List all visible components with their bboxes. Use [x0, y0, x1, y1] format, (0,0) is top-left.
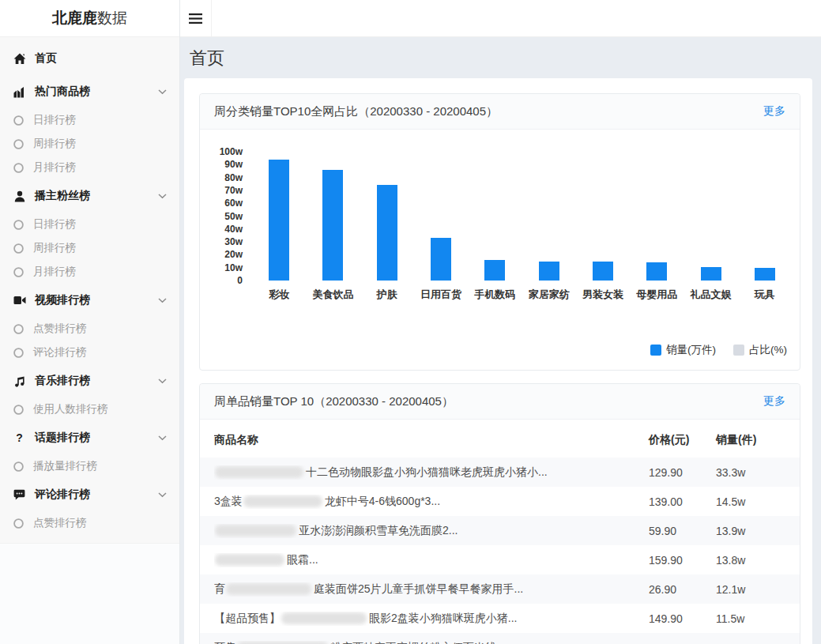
x-tick-label: 手机数码	[468, 288, 522, 302]
chart-plot-area: 100w90w80w70w60w50w40w30w20w10w0 彩妆美食饮品护…	[208, 152, 792, 302]
product-sales: 13.8w	[716, 554, 795, 567]
app-logo-light: 数据	[97, 8, 127, 28]
chevron-down-icon	[158, 89, 167, 95]
product-price: 139.00	[649, 495, 716, 508]
legend-label: 销量(万件)	[666, 343, 716, 357]
chevron-down-icon	[158, 298, 167, 303]
music-note-icon	[13, 375, 26, 387]
product-sales: 11.5w	[716, 612, 795, 625]
chart-card-title: 周分类销量TOP10全网占比（20200330 - 20200405）	[214, 104, 498, 119]
sidebar-section-hot-products[interactable]: 热门商品榜	[0, 75, 179, 108]
product-name: 眼霜...	[214, 553, 649, 567]
circle-icon	[13, 220, 24, 230]
sidebar: 北鹿鹿数据 首页 热门商品榜 日排行榜 周排行榜 月排行榜	[0, 0, 180, 644]
circle-icon	[13, 115, 24, 126]
chevron-down-icon	[158, 435, 167, 441]
x-tick-label: 玩具	[738, 288, 792, 302]
bar	[322, 170, 343, 281]
bar-slot	[252, 152, 306, 281]
sidebar-subitem[interactable]: 周排行榜	[0, 236, 179, 260]
sidebar-subitem-label: 播放量排行榜	[33, 459, 97, 473]
sidebar-section-topic-rank[interactable]: ?话题排行榜	[0, 421, 179, 454]
product-price: 59.90	[649, 525, 716, 537]
sidebar-subitem[interactable]: 评论排行榜	[0, 341, 179, 364]
sidebar-subitem[interactable]: 使用人数排行榜	[0, 397, 179, 421]
y-tick-label: 0	[208, 275, 243, 286]
table-row[interactable]: 【超品预售】眼影2盘装小狗猫咪斑虎小猪... 149.90 11.5w	[200, 604, 800, 633]
sidebar-section-label: 话题排行榜	[35, 431, 90, 445]
product-name: 【超品预售】眼影2盘装小狗猫咪斑虎小猪...	[214, 612, 649, 626]
sidebar-subitem-label: 点赞排行榜	[33, 322, 87, 336]
user-icon	[13, 190, 26, 202]
sidebar-subitem-label: 评论排行榜	[33, 345, 87, 360]
chart-legend: 销量(万件) 占比(%)	[650, 343, 787, 357]
table-row[interactable]: 亚水澎澎润颜积雪草免洗面膜2... 59.90 13.9w	[200, 516, 800, 545]
blurred-text	[215, 554, 284, 566]
y-tick-label: 90w	[208, 159, 243, 170]
chart-more-link[interactable]: 更多	[763, 104, 785, 119]
x-tick-label: 母婴用品	[630, 288, 684, 302]
home-icon	[13, 52, 26, 65]
sidebar-subitem[interactable]: 月排行榜	[0, 156, 179, 179]
x-tick-label: 美食饮品	[306, 288, 360, 302]
content-panel: 周分类销量TOP10全网占比（20200330 - 20200405） 更多 1…	[184, 78, 812, 644]
y-tick-label: 50w	[208, 211, 243, 222]
bars-container	[252, 152, 792, 281]
hamburger-icon	[189, 13, 202, 24]
sidebar-section-music-rank[interactable]: 音乐排行榜	[0, 364, 179, 397]
table-row[interactable]: 眼霜... 159.90 13.8w	[200, 545, 800, 574]
table-more-link[interactable]: 更多	[763, 394, 785, 409]
sidebar-subitem[interactable]: 日排行榜	[0, 108, 179, 132]
product-price: 26.90	[649, 583, 716, 596]
bar-slot	[414, 152, 468, 281]
sidebar-subitem[interactable]: 周排行榜	[0, 132, 179, 156]
sidebar-subitem[interactable]: 日排行榜	[0, 213, 179, 236]
legend-item-share[interactable]: 占比(%)	[733, 343, 787, 357]
bar	[484, 260, 505, 281]
sidebar-section-label: 评论排行榜	[35, 488, 90, 502]
circle-icon	[13, 518, 24, 529]
sidebar-subitem[interactable]: 点赞排行榜	[0, 317, 179, 341]
sidebar-section-video-rank[interactable]: 视频排行榜	[0, 284, 179, 317]
sidebar-item-home[interactable]: 首页	[0, 42, 179, 75]
table-card-header: 周单品销量TOP 10（20200330 - 20200405） 更多	[200, 384, 800, 420]
sidebar-section-label: 视频排行榜	[35, 293, 90, 307]
sidebar-subitem[interactable]: 点赞排行榜	[0, 511, 179, 535]
legend-swatch-blue	[650, 345, 661, 356]
table-row[interactable]: 十二色动物眼影盘小狗小猫猫咪老虎斑虎小猪小... 129.90 33.3w	[200, 458, 800, 487]
legend-label: 占比(%)	[749, 343, 787, 357]
table-header-row: 商品名称 价格(元) 销量(件)	[200, 420, 800, 458]
sidebar-item-label: 首页	[35, 51, 57, 66]
table-row[interactable]: 预售粉广西特产正宗螺丝粉方便面米线... 39.70 10.2w	[200, 633, 800, 644]
blurred-text	[243, 495, 322, 507]
y-tick-label: 80w	[208, 172, 243, 183]
sidebar-subitem-label: 日排行榜	[33, 113, 76, 127]
table-row[interactable]: 育庭装面饼25片儿童手抓饼早餐早餐家用手... 26.90 12.1w	[200, 574, 800, 604]
circle-icon	[13, 139, 24, 149]
table-row[interactable]: 3盒装龙虾中号4-6钱600g*3... 139.00 14.5w	[200, 487, 800, 516]
product-sales: 33.3w	[716, 466, 795, 479]
sidebar-subitem-label: 点赞排行榜	[33, 516, 87, 530]
y-tick-label: 40w	[208, 224, 243, 235]
bar	[593, 262, 613, 281]
bar-chart: 100w90w80w70w60w50w40w30w20w10w0 彩妆美食饮品护…	[200, 152, 800, 370]
legend-item-sales[interactable]: 销量(万件)	[650, 343, 716, 357]
sidebar-section-label: 音乐排行榜	[35, 374, 90, 388]
sidebar-section-streamer-fans[interactable]: 播主粉丝榜	[0, 179, 179, 213]
table-rows: 十二色动物眼影盘小狗小猫猫咪老虎斑虎小猪小... 129.90 33.3w 3盒…	[200, 458, 800, 644]
y-axis: 100w90w80w70w60w50w40w30w20w10w0	[208, 152, 243, 281]
sidebar-section-label: 播主粉丝榜	[35, 189, 90, 203]
sidebar-subitem[interactable]: 播放量排行榜	[0, 454, 179, 478]
sidebar-section-comment-rank[interactable]: 评论排行榜	[0, 478, 179, 511]
x-tick-label: 日用百货	[414, 288, 468, 302]
sidebar-subitem[interactable]: 月排行榜	[0, 260, 179, 284]
x-tick-label: 礼品文娱	[684, 288, 737, 302]
legend-swatch-gray	[733, 345, 744, 356]
y-tick-label: 20w	[208, 249, 243, 260]
products-table: 商品名称 价格(元) 销量(件) 十二色动物眼影盘小狗小猫猫咪老虎斑虎小猪小..…	[200, 420, 800, 644]
blurred-text	[226, 583, 311, 595]
sidebar-section-label: 热门商品榜	[35, 85, 90, 99]
hamburger-menu-button[interactable]	[180, 0, 212, 36]
x-tick-label: 男装女装	[576, 288, 630, 302]
sidebar-nav: 首页 热门商品榜 日排行榜 周排行榜 月排行榜 播主粉丝榜	[0, 37, 179, 544]
